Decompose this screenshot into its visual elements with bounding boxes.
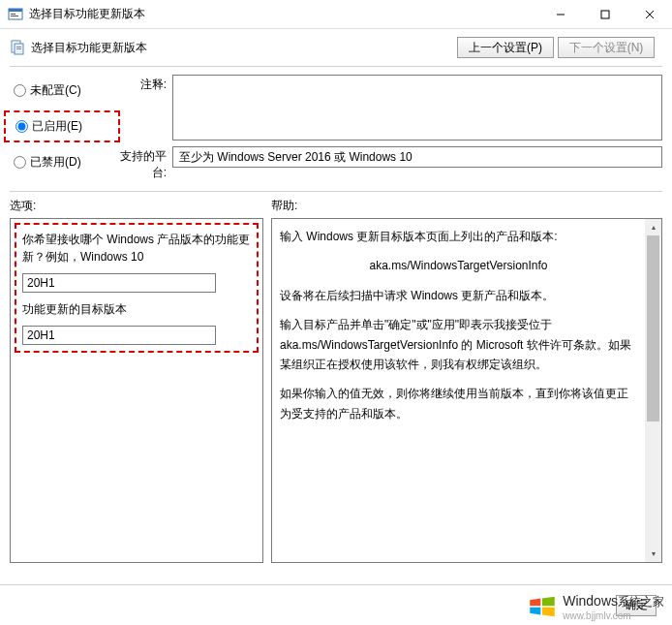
platform-label: 支持的平台:	[114, 146, 172, 181]
previous-setting-button[interactable]: 上一个设置(P)	[457, 37, 554, 58]
options-panel: 你希望接收哪个 Windows 产品版本的功能更新？例如，Windows 10 …	[10, 218, 263, 563]
help-scrollbar[interactable]: ▴ ▾	[645, 219, 661, 562]
window-titlebar: 选择目标功能更新版本	[0, 0, 672, 29]
svg-rect-5	[601, 11, 609, 18]
windows-logo-icon	[526, 590, 559, 623]
help-text-2: 设备将在后续扫描中请求 Windows 更新产品和版本。	[280, 286, 637, 305]
radio-enabled-label: 已启用(E)	[32, 118, 82, 135]
comment-textarea[interactable]	[172, 75, 662, 141]
watermark-brand: Windows系统之家	[563, 593, 664, 609]
radio-not-configured-input[interactable]	[14, 84, 26, 97]
maximize-button[interactable]	[583, 0, 627, 29]
svg-marker-15	[542, 608, 555, 616]
radio-enabled-highlight: 已启用(E)	[4, 110, 120, 142]
product-question-label: 你希望接收哪个 Windows 产品版本的功能更新？例如，Windows 10	[22, 231, 251, 266]
svg-marker-12	[530, 599, 540, 607]
options-highlight: 你希望接收哪个 Windows 产品版本的功能更新？例如，Windows 10 …	[15, 223, 259, 353]
window-title: 选择目标功能更新版本	[29, 6, 538, 22]
radio-enabled-input[interactable]	[15, 120, 28, 133]
help-text-3: 输入目标产品并单击"确定"或"应用"即表示我接受位于 aka.ms/Window…	[280, 315, 637, 374]
scroll-down-icon[interactable]: ▾	[645, 546, 661, 562]
target-version-label: 功能更新的目标版本	[22, 300, 251, 318]
svg-marker-13	[542, 597, 555, 606]
policy-header: 选择目标功能更新版本 上一个设置(P) 下一个设置(N)	[0, 29, 672, 66]
radio-group: 未配置(C) 已启用(E) 已禁用(D)	[10, 75, 114, 181]
svg-rect-10	[16, 47, 21, 47]
svg-marker-14	[530, 608, 540, 615]
watermark: Windows系统之家 www.bjjmlv.com	[526, 590, 664, 623]
app-icon	[8, 7, 23, 22]
help-panel: 输入 Windows 更新目标版本页面上列出的产品和版本: aka.ms/Win…	[271, 218, 662, 563]
radio-enabled[interactable]: 已启用(E)	[12, 116, 112, 137]
close-button[interactable]	[627, 0, 672, 29]
svg-rect-1	[9, 9, 22, 12]
policy-title: 选择目标功能更新版本	[31, 40, 457, 56]
scroll-thumb[interactable]	[647, 235, 659, 422]
minimize-button[interactable]	[538, 0, 583, 29]
policy-icon	[10, 40, 25, 55]
help-text-4: 如果你输入的值无效，则你将继续使用当前版本，直到你将该值更正为受支持的产品和版本…	[280, 384, 637, 423]
watermark-url: www.bjjmlv.com	[563, 610, 664, 621]
product-version-input[interactable]	[22, 273, 216, 293]
config-section: 未配置(C) 已启用(E) 已禁用(D) 注释: 支持的平台: 至少为 Wind…	[0, 67, 672, 191]
help-label: 帮助:	[271, 198, 662, 214]
svg-rect-11	[16, 48, 21, 49]
next-setting-button[interactable]: 下一个设置(N)	[558, 37, 655, 58]
radio-disabled[interactable]: 已禁用(D)	[10, 152, 114, 172]
svg-rect-3	[11, 16, 18, 16]
section-labels: 选项: 帮助:	[0, 192, 672, 218]
content-section: 你希望接收哪个 Windows 产品版本的功能更新？例如，Windows 10 …	[0, 218, 672, 563]
radio-not-configured[interactable]: 未配置(C)	[10, 80, 114, 101]
radio-disabled-label: 已禁用(D)	[30, 154, 81, 171]
radio-not-configured-label: 未配置(C)	[30, 82, 81, 99]
radio-disabled-input[interactable]	[14, 156, 26, 169]
comment-label: 注释:	[114, 75, 172, 93]
bottom-bar: 确定 Windows系统之家 www.bjjmlv.com	[0, 584, 672, 625]
target-version-input[interactable]	[22, 326, 216, 345]
options-label: 选项:	[10, 198, 271, 214]
svg-rect-2	[11, 14, 15, 15]
help-link: aka.ms/WindowsTargetVersionInfo	[280, 256, 637, 275]
scroll-up-icon[interactable]: ▴	[645, 219, 661, 235]
scroll-track[interactable]	[645, 235, 661, 546]
platform-value: 至少为 Windows Server 2016 或 Windows 10	[172, 146, 662, 168]
help-text-1: 输入 Windows 更新目标版本页面上列出的产品和版本:	[280, 227, 637, 246]
